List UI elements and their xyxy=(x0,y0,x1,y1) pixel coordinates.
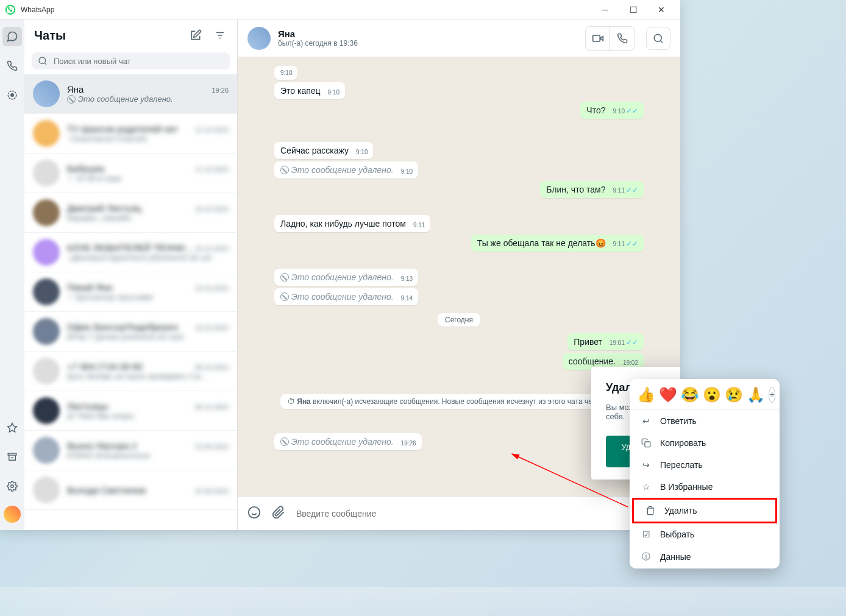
message-bubble[interactable]: Ладно, как нибудь лучше потом9:11 xyxy=(274,215,430,232)
chat-item[interactable]: +7 904 (718-28-6006.10.2023Купи делавь н… xyxy=(24,352,237,391)
chat-avatar xyxy=(33,80,60,107)
message-bubble[interactable]: Сейчас расскажу9:10 xyxy=(274,142,373,159)
chat-item[interactable]: Вынос Мусора 222.09.2023КЛИН2 ятновинили… xyxy=(24,431,237,470)
message-bubble[interactable]: 9:10 xyxy=(274,66,297,80)
message-bubble[interactable]: Привет19:01✓✓ xyxy=(567,333,644,350)
chat-item[interactable]: Володя Светлязов22.09.2023 xyxy=(24,470,237,510)
svg-point-5 xyxy=(11,485,14,488)
conversation-header: Яна был(-а) сегодня в 19:36 xyxy=(238,19,680,57)
message-bubble[interactable]: Блин, что там?9:11✓✓ xyxy=(540,181,644,198)
video-call-button[interactable] xyxy=(586,27,610,50)
message-bubble-deleted[interactable]: Это сообщение удалено.9:14 xyxy=(274,288,418,305)
chat-preview: Это сообщение удалено. xyxy=(67,94,229,104)
svg-point-9 xyxy=(39,57,46,64)
conversation-status: был(-а) сегодня в 19:36 xyxy=(278,39,358,48)
whatsapp-logo-icon xyxy=(5,4,16,15)
reaction-heart[interactable]: ❤️ xyxy=(659,386,677,403)
reaction-sad[interactable]: 😢 xyxy=(725,386,743,403)
chat-item[interactable]: КЛУБ ЛЮБИТЕЛЕЙ ТЕННИС...10.10.2023~Дмитр… xyxy=(24,233,237,272)
filter-button[interactable] xyxy=(213,28,227,43)
chat-item[interactable]: Пикай Яни10.10.2023✓ Бустатор приславм xyxy=(24,272,237,312)
nav-chats[interactable] xyxy=(2,27,22,46)
svg-point-14 xyxy=(249,506,260,517)
reaction-wow[interactable]: 😮 xyxy=(703,386,721,403)
reaction-pray[interactable]: 🙏 xyxy=(747,386,765,403)
reaction-bar: 👍 ❤️ 😂 😮 😢 🙏 + xyxy=(630,383,780,410)
conversation-name: Яна xyxy=(278,29,358,39)
ctx-forward[interactable]: ↪Переслать xyxy=(630,454,780,476)
composer xyxy=(238,496,680,530)
message-bubble-deleted[interactable]: Это сообщение удалено.9:10 xyxy=(274,161,418,179)
nav-settings[interactable] xyxy=(2,476,22,496)
info-icon: ⓘ xyxy=(641,551,652,562)
svg-rect-4 xyxy=(8,453,16,455)
reaction-more[interactable]: + xyxy=(769,387,775,403)
search-icon xyxy=(38,56,48,66)
nav-status[interactable] xyxy=(2,85,22,105)
trash-icon xyxy=(645,506,656,515)
maximize-button[interactable]: ☐ xyxy=(619,0,647,19)
minimize-button[interactable]: ─ xyxy=(591,0,619,19)
search-box[interactable] xyxy=(32,52,230,69)
message-bubble-deleted[interactable]: Это сообщение удалено.9:13 xyxy=(274,269,418,286)
reaction-laugh[interactable]: 😂 xyxy=(681,386,699,403)
blocked-icon xyxy=(67,95,76,104)
star-icon: ☆ xyxy=(641,482,652,492)
conversation-avatar[interactable] xyxy=(247,27,271,50)
composer-input[interactable] xyxy=(296,509,670,519)
new-chat-button[interactable] xyxy=(188,28,203,43)
ctx-copy[interactable]: Копировать xyxy=(630,432,780,454)
chat-item[interactable]: Бабушка11.10.2023✓ 10 40 в гора xyxy=(24,154,237,193)
forward-icon: ↪ xyxy=(641,460,652,470)
whatsapp-window: WhatsApp ─ ☐ ✕ Чаты xyxy=(0,0,680,530)
nav-starred[interactable] xyxy=(2,418,22,437)
message-bubble[interactable]: Это капец9:10 xyxy=(274,82,345,99)
svg-marker-3 xyxy=(8,423,17,432)
search-conversation-button[interactable] xyxy=(646,27,670,50)
conversation: Яна был(-а) сегодня в 19:36 9:10 Это кап… xyxy=(238,19,680,530)
chat-name: Яна xyxy=(67,84,84,94)
voice-call-button[interactable] xyxy=(610,27,634,50)
reply-icon: ↩ xyxy=(641,416,652,426)
message-bubble[interactable]: Что?9:10✓✓ xyxy=(580,102,644,119)
svg-point-2 xyxy=(11,94,14,97)
svg-point-12 xyxy=(654,34,661,41)
chat-time: 19:26 xyxy=(212,87,229,94)
svg-line-10 xyxy=(44,63,46,65)
svg-line-13 xyxy=(660,40,662,42)
svg-rect-11 xyxy=(592,35,600,41)
taskbar[interactable] xyxy=(0,587,846,616)
nav-rail xyxy=(0,19,24,530)
ctx-delete[interactable]: Удалить xyxy=(632,498,777,523)
titlebar: WhatsApp ─ ☐ ✕ xyxy=(0,0,680,19)
window-title: WhatsApp xyxy=(21,5,54,14)
nav-archive[interactable] xyxy=(2,447,22,467)
nav-calls[interactable] xyxy=(2,56,22,76)
nav-profile-avatar[interactable] xyxy=(4,506,21,523)
message-bubble[interactable]: Ты же обещала так не делать😡9:11✓✓ xyxy=(471,235,644,252)
search-input[interactable] xyxy=(54,57,224,66)
close-button[interactable]: ✕ xyxy=(647,0,675,19)
chat-item[interactable]: Дмитрий Листьяц10.10.2023Каравас, сваовб… xyxy=(24,193,237,233)
system-message: ⏱ Яна включил(-а) исчезающие сообщения. … xyxy=(274,395,644,406)
chat-item[interactable]: Офис БюссорТюдобразон10.10.2023БРаа Т Ди… xyxy=(24,312,237,352)
ctx-info[interactable]: ⓘДанные xyxy=(630,545,780,568)
sidebar: Чаты Яна 19:26 xyxy=(24,19,238,530)
ctx-select[interactable]: ☑Выбрать xyxy=(630,523,780,545)
date-separator: Сегодня xyxy=(274,314,644,325)
chat-item[interactable]: ТУ Шансов родителей нет12.10.2023~Анаста… xyxy=(24,114,237,154)
check-icon: ☑ xyxy=(641,529,652,539)
emoji-button[interactable] xyxy=(247,506,261,522)
chat-item[interactable]: Листьяцы06.10.2023Ш Тяай два огоры xyxy=(24,391,237,431)
message-bubble-deleted[interactable]: Это сообщение удалено.19:26 xyxy=(274,433,422,450)
ctx-reply[interactable]: ↩Ответить xyxy=(630,410,780,432)
sidebar-title: Чаты xyxy=(34,29,66,43)
chat-list: Яна 19:26 Это сообщение удалено. ТУ Шанс… xyxy=(24,74,237,530)
reaction-thumbs-up[interactable]: 👍 xyxy=(637,386,655,403)
svg-rect-17 xyxy=(645,442,650,447)
ctx-star[interactable]: ☆В Избранные xyxy=(630,476,780,498)
copy-icon xyxy=(641,438,652,448)
context-menu: 👍 ❤️ 😂 😮 😢 🙏 + ↩Ответить Копировать ↪Пер… xyxy=(630,379,780,568)
attach-button[interactable] xyxy=(272,506,285,522)
chat-item-active[interactable]: Яна 19:26 Это сообщение удалено. xyxy=(24,74,237,114)
